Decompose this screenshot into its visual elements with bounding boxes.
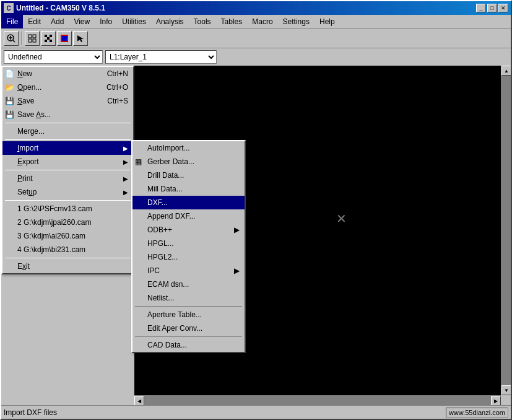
export-arrow-icon: ▶ [123, 159, 128, 165]
menu-setup[interactable]: Setup ▶ [2, 185, 133, 199]
minimize-button[interactable]: _ [476, 4, 486, 12]
sep-1 [5, 123, 131, 123]
svg-rect-7 [33, 39, 36, 42]
import-arrow-icon: ▶ [123, 145, 128, 152]
svg-rect-8 [45, 35, 47, 37]
submenu-ipc[interactable]: IPC ▶ [132, 264, 245, 278]
print-arrow-icon: ▶ [123, 175, 128, 182]
submenu-caddata[interactable]: CAD Data... [132, 338, 245, 352]
layer-type-dropdown[interactable]: Undefined [4, 50, 103, 64]
submenu-dxf[interactable]: DXF... [132, 196, 245, 209]
submenu-appenddxf[interactable]: Append DXF... [132, 209, 245, 223]
toolbar [1, 28, 511, 48]
submenu-aperture[interactable]: Aperture Table... [132, 308, 245, 322]
menu-item-tables[interactable]: Tables [216, 15, 248, 28]
menu-item-help[interactable]: Help [315, 15, 340, 28]
left-panel: 📄 New Ctrl+N 📂 Open... Ctrl+O 💾 Save Ctr… [1, 66, 134, 405]
menu-import[interactable]: Import ▶ [2, 141, 133, 155]
title-bar-buttons: _ □ ✕ [476, 4, 508, 12]
submenu-hpgl[interactable]: HPGL... [132, 237, 245, 250]
toolbar-color[interactable] [57, 31, 72, 46]
svg-rect-5 [33, 35, 36, 38]
import-submenu: AutoImport... ▦ Gerber Data... Drill Dat… [131, 140, 246, 353]
sep-4 [5, 200, 131, 201]
save-icon: 💾 [5, 97, 14, 105]
menu-saveas[interactable]: 💾 Save As... [2, 108, 133, 121]
svg-line-1 [13, 40, 15, 42]
menu-item-file[interactable]: File [1, 15, 23, 28]
menu-recent-2[interactable]: 2 G:\kdjm\jpai260.cam [2, 216, 133, 229]
svg-rect-12 [47, 37, 50, 40]
svg-rect-4 [28, 35, 32, 38]
title-bar: C Untitled - CAM350 V 8.5.1 _ □ ✕ [1, 1, 511, 15]
scroll-left-button[interactable]: ◀ [134, 396, 144, 405]
setup-arrow-icon: ▶ [123, 189, 128, 196]
submenu-sep-2 [135, 336, 242, 337]
toolbar-grid[interactable] [25, 31, 40, 46]
menu-item-add[interactable]: Add [46, 15, 69, 28]
status-website: www.55dianzi.com [446, 408, 508, 418]
main-window: C Untitled - CAM350 V 8.5.1 _ □ ✕ File E… [0, 0, 512, 420]
toolbar-snap[interactable] [41, 31, 56, 46]
menu-merge[interactable]: Merge... [2, 125, 133, 138]
sep-2 [5, 139, 131, 140]
submenu-drill[interactable]: Drill Data... [132, 168, 245, 182]
menu-recent-3[interactable]: 3 G:\kdjm\ai260.cam [2, 229, 133, 243]
cursor-cross: ✕ [336, 211, 347, 226]
svg-rect-14 [62, 36, 67, 41]
submenu-autoimport[interactable]: AutoImport... [132, 141, 245, 155]
submenu-mill[interactable]: Mill Data... [132, 182, 245, 196]
app-icon: C [4, 3, 14, 13]
menu-export[interactable]: Export ▶ [2, 155, 133, 168]
scroll-up-button[interactable]: ▲ [501, 66, 511, 76]
gerber-icon: ▦ [135, 157, 142, 166]
new-icon: 📄 [5, 69, 14, 78]
svg-rect-9 [50, 35, 52, 37]
menu-save[interactable]: 💾 Save Ctrl+S [2, 94, 133, 108]
menu-recent-1[interactable]: 1 G:\2\PSFcmv13.cam [2, 202, 133, 216]
toolbar-zoom-in[interactable] [4, 31, 19, 46]
status-bar: Import DXF files www.55dianzi.com [1, 405, 511, 419]
menu-item-analysis[interactable]: Analysis [151, 15, 189, 28]
menu-exit[interactable]: Exit [2, 260, 133, 273]
scroll-horizontal: ◀ ▶ [134, 395, 501, 405]
scroll-v-track[interactable] [501, 76, 511, 385]
submenu-gerber[interactable]: ▦ Gerber Data... [132, 155, 245, 168]
odb-arrow-icon: ▶ [234, 225, 240, 234]
scroll-right-button[interactable]: ▶ [491, 396, 501, 405]
menu-item-info[interactable]: Info [95, 15, 117, 28]
menu-print[interactable]: Print ▶ [2, 172, 133, 185]
menu-recent-4[interactable]: 4 G:\kdjm\bi231.cam [2, 243, 133, 256]
maximize-button[interactable]: □ [487, 4, 497, 12]
close-button[interactable]: ✕ [498, 4, 508, 12]
scroll-h-track[interactable] [144, 396, 491, 405]
menu-new[interactable]: 📄 New Ctrl+N [2, 67, 133, 81]
sep-3 [5, 170, 131, 170]
submenu-sep-1 [135, 306, 242, 307]
ipc-arrow-icon: ▶ [234, 266, 240, 275]
layer-select-dropdown[interactable]: L1:Layer_1 [105, 50, 217, 64]
menu-item-edit[interactable]: Edit [23, 15, 46, 28]
scroll-corner [501, 395, 511, 405]
submenu-odb[interactable]: ODB++ ▶ [132, 223, 245, 237]
window-title: Untitled - CAM350 V 8.5.1 [16, 4, 105, 12]
saveas-icon: 💾 [5, 110, 14, 119]
submenu-netlist[interactable]: Netlist... [132, 291, 245, 305]
menu-item-utilities[interactable]: Utilities [117, 15, 151, 28]
menu-open[interactable]: 📂 Open... Ctrl+O [2, 81, 133, 94]
submenu-ecam[interactable]: ECAM dsn... [132, 278, 245, 291]
menu-item-view[interactable]: View [69, 15, 95, 28]
toolbar-sep-1 [21, 32, 22, 45]
file-menu-dropdown: 📄 New Ctrl+N 📂 Open... Ctrl+O 💾 Save Ctr… [1, 66, 134, 274]
menu-item-settings[interactable]: Settings [278, 15, 315, 28]
menu-item-macro[interactable]: Macro [247, 15, 277, 28]
submenu-hpgl2[interactable]: HPGL2... [132, 250, 245, 264]
main-content: 📄 New Ctrl+N 📂 Open... Ctrl+O 💾 Save Ctr… [1, 66, 511, 405]
scroll-down-button[interactable]: ▼ [501, 385, 511, 395]
menu-item-tools[interactable]: Tools [189, 15, 216, 28]
title-bar-left: C Untitled - CAM350 V 8.5.1 [4, 3, 105, 13]
svg-rect-10 [45, 40, 47, 42]
submenu-editaper[interactable]: Edit Aper Conv... [132, 322, 245, 335]
menu-bar: File Edit Add View Info Utilities Analys… [1, 15, 511, 28]
toolbar-select[interactable] [73, 31, 88, 46]
